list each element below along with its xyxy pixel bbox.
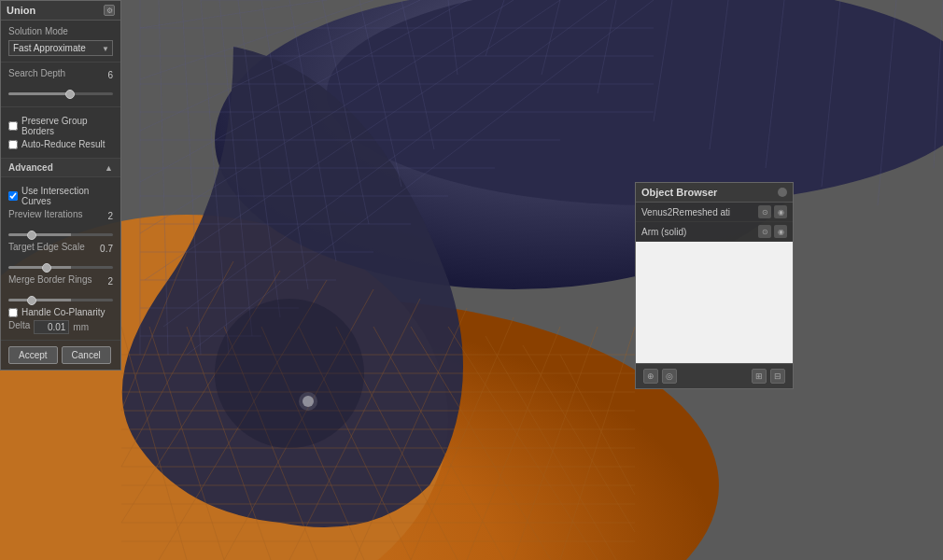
options-section: Preserve Group Borders Auto-Reduce Resul…: [1, 107, 120, 159]
ob-item-venus-icon2[interactable]: ◉: [774, 205, 787, 218]
preview-iterations-label: Preview Iterations: [8, 209, 82, 219]
object-browser-title: Object Browser: [641, 187, 717, 198]
search-depth-row: Search Depth 6: [8, 68, 113, 82]
collapse-icon: ▲: [105, 163, 113, 173]
cancel-button[interactable]: Cancel: [62, 346, 111, 364]
auto-reduce-result-label: Auto-Reduce Result: [21, 139, 106, 149]
panel-title: Union: [7, 5, 35, 16]
ob-item-arm-name: Arm (solid): [641, 227, 686, 237]
ob-footer-icon-eye[interactable]: ◎: [662, 369, 677, 384]
ob-footer-icons-right: ⊞ ⊟: [752, 369, 785, 384]
merge-border-rings-label: Merge Border Rings: [8, 274, 91, 285]
search-depth-value: 6: [107, 70, 113, 80]
solution-mode-select[interactable]: Fast Approximate Accurate Fast: [8, 40, 113, 56]
target-edge-scale-slider[interactable]: [8, 266, 113, 269]
merge-border-rings-row: Merge Border Rings 2: [8, 274, 113, 288]
handle-co-planarity-row: Handle Co-Planarity: [8, 307, 113, 317]
action-buttons: Accept Cancel: [1, 341, 120, 370]
ob-item-venus-icons: ⊙ ◉: [758, 205, 787, 218]
ob-footer-icon-copy[interactable]: ⊞: [752, 369, 767, 384]
viewport: [0, 0, 943, 560]
panel-header: Union ⚙: [1, 1, 120, 21]
accept-button[interactable]: Accept: [8, 346, 58, 364]
handle-co-planarity-checkbox[interactable]: [8, 308, 18, 317]
ob-item-arm-icons: ⊙ ◉: [758, 225, 787, 238]
advanced-title: Advanced: [8, 162, 53, 173]
solution-mode-label: Solution Mode: [8, 26, 113, 36]
object-browser-items: Venus2Remeshed ati ⊙ ◉ Arm (solid) ⊙ ◉: [636, 203, 793, 242]
left-panel: Union ⚙ Solution Mode Fast Approximate A…: [0, 0, 121, 371]
ob-footer-icons-left: ⊕ ◎: [643, 369, 677, 384]
solution-mode-section: Solution Mode Fast Approximate Accurate …: [1, 21, 120, 63]
target-edge-scale-slider-container: [8, 259, 113, 271]
target-edge-scale-row: Target Edge Scale 0.7: [8, 242, 113, 256]
object-browser-panel: Object Browser Venus2Remeshed ati ⊙ ◉ Ar…: [635, 182, 794, 389]
search-depth-section: Search Depth 6: [1, 63, 120, 107]
ob-item-arm-icon1[interactable]: ⊙: [758, 225, 771, 238]
delta-unit: mm: [73, 322, 89, 332]
merge-border-rings-value: 2: [107, 276, 113, 287]
ob-item-arm[interactable]: Arm (solid) ⊙ ◉: [636, 222, 793, 242]
handle-co-planarity-label: Handle Co-Planarity: [21, 307, 106, 317]
object-browser-pin-icon[interactable]: [778, 188, 787, 197]
delta-row: Delta mm: [8, 320, 113, 334]
preview-iterations-slider-container: [8, 227, 113, 238]
advanced-section: Use Intersection Curves Preview Iteratio…: [1, 177, 120, 341]
object-browser-footer: ⊕ ◎ ⊞ ⊟: [636, 363, 793, 388]
target-edge-scale-value: 0.7: [100, 244, 113, 254]
search-depth-label: Search Depth: [8, 68, 65, 78]
use-intersection-curves-row: Use Intersection Curves: [8, 186, 113, 206]
solution-mode-dropdown-wrapper: Fast Approximate Accurate Fast ▼: [8, 40, 113, 56]
ob-item-venus[interactable]: Venus2Remeshed ati ⊙ ◉: [636, 203, 793, 222]
preview-iterations-value: 2: [107, 211, 113, 221]
ob-item-venus-name: Venus2Remeshed ati: [641, 207, 730, 217]
auto-reduce-result-checkbox[interactable]: [8, 140, 18, 149]
use-intersection-curves-checkbox[interactable]: [8, 191, 18, 201]
search-depth-slider[interactable]: [8, 92, 113, 95]
preserve-group-borders-checkbox[interactable]: [8, 121, 18, 131]
ob-item-venus-icon1[interactable]: ⊙: [758, 205, 771, 218]
object-browser-content-area: [636, 242, 793, 363]
ob-footer-icon-delete[interactable]: ⊟: [770, 369, 785, 384]
delta-label: Delta: [8, 320, 30, 330]
target-edge-scale-label: Target Edge Scale: [8, 242, 85, 252]
preview-iterations-row: Preview Iterations 2: [8, 209, 113, 223]
auto-reduce-result-row: Auto-Reduce Result: [8, 139, 113, 149]
merge-border-rings-slider-container: [8, 292, 113, 303]
panel-close-button[interactable]: ⚙: [104, 5, 115, 16]
preserve-group-borders-row: Preserve Group Borders: [8, 116, 113, 136]
ob-footer-icon-add[interactable]: ⊕: [643, 369, 658, 384]
preview-iterations-slider[interactable]: [8, 233, 113, 236]
preserve-group-borders-label: Preserve Group Borders: [21, 116, 113, 136]
merge-border-rings-slider[interactable]: [8, 299, 113, 301]
ob-item-arm-icon2[interactable]: ◉: [774, 225, 787, 238]
svg-point-84: [215, 299, 364, 448]
search-depth-slider-container: [8, 86, 113, 97]
use-intersection-curves-label: Use Intersection Curves: [21, 186, 113, 206]
advanced-section-header[interactable]: Advanced ▲: [1, 159, 120, 177]
delta-input[interactable]: [34, 320, 69, 334]
object-browser-header: Object Browser: [636, 183, 793, 203]
